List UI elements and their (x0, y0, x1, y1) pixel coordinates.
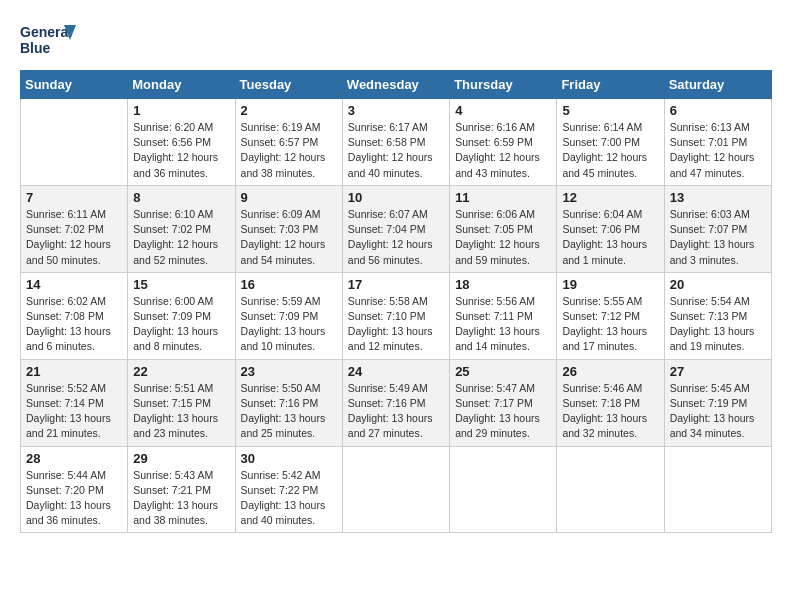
calendar-cell: 23Sunrise: 5:50 AMSunset: 7:16 PMDayligh… (235, 359, 342, 446)
day-info: Sunrise: 6:20 AMSunset: 6:56 PMDaylight:… (133, 120, 229, 181)
day-number: 30 (241, 451, 337, 466)
day-number: 6 (670, 103, 766, 118)
day-info: Sunrise: 6:00 AMSunset: 7:09 PMDaylight:… (133, 294, 229, 355)
calendar-week-3: 14Sunrise: 6:02 AMSunset: 7:08 PMDayligh… (21, 272, 772, 359)
day-number: 14 (26, 277, 122, 292)
day-info: Sunrise: 5:55 AMSunset: 7:12 PMDaylight:… (562, 294, 658, 355)
day-info: Sunrise: 6:14 AMSunset: 7:00 PMDaylight:… (562, 120, 658, 181)
day-number: 10 (348, 190, 444, 205)
day-info: Sunrise: 5:46 AMSunset: 7:18 PMDaylight:… (562, 381, 658, 442)
day-info: Sunrise: 5:51 AMSunset: 7:15 PMDaylight:… (133, 381, 229, 442)
day-info: Sunrise: 5:56 AMSunset: 7:11 PMDaylight:… (455, 294, 551, 355)
calendar-cell: 22Sunrise: 5:51 AMSunset: 7:15 PMDayligh… (128, 359, 235, 446)
calendar-cell: 8Sunrise: 6:10 AMSunset: 7:02 PMDaylight… (128, 185, 235, 272)
day-header-sunday: Sunday (21, 71, 128, 99)
calendar-cell: 20Sunrise: 5:54 AMSunset: 7:13 PMDayligh… (664, 272, 771, 359)
calendar-cell: 21Sunrise: 5:52 AMSunset: 7:14 PMDayligh… (21, 359, 128, 446)
calendar-cell: 24Sunrise: 5:49 AMSunset: 7:16 PMDayligh… (342, 359, 449, 446)
day-info: Sunrise: 5:45 AMSunset: 7:19 PMDaylight:… (670, 381, 766, 442)
page-header: GeneralBlue (20, 20, 772, 60)
day-header-thursday: Thursday (450, 71, 557, 99)
calendar-cell: 15Sunrise: 6:00 AMSunset: 7:09 PMDayligh… (128, 272, 235, 359)
day-number: 3 (348, 103, 444, 118)
calendar-cell (21, 99, 128, 186)
day-number: 9 (241, 190, 337, 205)
calendar-cell: 6Sunrise: 6:13 AMSunset: 7:01 PMDaylight… (664, 99, 771, 186)
day-number: 28 (26, 451, 122, 466)
day-number: 23 (241, 364, 337, 379)
day-header-monday: Monday (128, 71, 235, 99)
day-number: 8 (133, 190, 229, 205)
day-number: 21 (26, 364, 122, 379)
calendar-cell: 4Sunrise: 6:16 AMSunset: 6:59 PMDaylight… (450, 99, 557, 186)
calendar-cell: 10Sunrise: 6:07 AMSunset: 7:04 PMDayligh… (342, 185, 449, 272)
day-info: Sunrise: 6:17 AMSunset: 6:58 PMDaylight:… (348, 120, 444, 181)
header-row: SundayMondayTuesdayWednesdayThursdayFrid… (21, 71, 772, 99)
day-info: Sunrise: 6:13 AMSunset: 7:01 PMDaylight:… (670, 120, 766, 181)
day-number: 17 (348, 277, 444, 292)
day-number: 26 (562, 364, 658, 379)
day-info: Sunrise: 5:47 AMSunset: 7:17 PMDaylight:… (455, 381, 551, 442)
day-info: Sunrise: 6:09 AMSunset: 7:03 PMDaylight:… (241, 207, 337, 268)
calendar-cell: 19Sunrise: 5:55 AMSunset: 7:12 PMDayligh… (557, 272, 664, 359)
day-number: 2 (241, 103, 337, 118)
calendar-week-2: 7Sunrise: 6:11 AMSunset: 7:02 PMDaylight… (21, 185, 772, 272)
calendar-cell (450, 446, 557, 533)
calendar-cell: 29Sunrise: 5:43 AMSunset: 7:21 PMDayligh… (128, 446, 235, 533)
calendar-cell (664, 446, 771, 533)
day-number: 4 (455, 103, 551, 118)
day-header-tuesday: Tuesday (235, 71, 342, 99)
day-info: Sunrise: 6:02 AMSunset: 7:08 PMDaylight:… (26, 294, 122, 355)
day-info: Sunrise: 5:54 AMSunset: 7:13 PMDaylight:… (670, 294, 766, 355)
svg-text:General: General (20, 24, 72, 40)
calendar-cell: 27Sunrise: 5:45 AMSunset: 7:19 PMDayligh… (664, 359, 771, 446)
calendar-body: 1Sunrise: 6:20 AMSunset: 6:56 PMDaylight… (21, 99, 772, 533)
day-info: Sunrise: 6:07 AMSunset: 7:04 PMDaylight:… (348, 207, 444, 268)
day-header-saturday: Saturday (664, 71, 771, 99)
day-number: 19 (562, 277, 658, 292)
calendar-cell: 16Sunrise: 5:59 AMSunset: 7:09 PMDayligh… (235, 272, 342, 359)
day-number: 18 (455, 277, 551, 292)
day-info: Sunrise: 5:49 AMSunset: 7:16 PMDaylight:… (348, 381, 444, 442)
day-info: Sunrise: 5:44 AMSunset: 7:20 PMDaylight:… (26, 468, 122, 529)
day-number: 15 (133, 277, 229, 292)
calendar-cell: 7Sunrise: 6:11 AMSunset: 7:02 PMDaylight… (21, 185, 128, 272)
day-number: 1 (133, 103, 229, 118)
day-info: Sunrise: 6:19 AMSunset: 6:57 PMDaylight:… (241, 120, 337, 181)
calendar-cell: 28Sunrise: 5:44 AMSunset: 7:20 PMDayligh… (21, 446, 128, 533)
calendar-cell: 2Sunrise: 6:19 AMSunset: 6:57 PMDaylight… (235, 99, 342, 186)
calendar-cell (342, 446, 449, 533)
day-info: Sunrise: 5:50 AMSunset: 7:16 PMDaylight:… (241, 381, 337, 442)
day-number: 7 (26, 190, 122, 205)
calendar-week-1: 1Sunrise: 6:20 AMSunset: 6:56 PMDaylight… (21, 99, 772, 186)
calendar-cell: 13Sunrise: 6:03 AMSunset: 7:07 PMDayligh… (664, 185, 771, 272)
day-info: Sunrise: 5:59 AMSunset: 7:09 PMDaylight:… (241, 294, 337, 355)
calendar-cell: 3Sunrise: 6:17 AMSunset: 6:58 PMDaylight… (342, 99, 449, 186)
calendar-cell: 25Sunrise: 5:47 AMSunset: 7:17 PMDayligh… (450, 359, 557, 446)
day-number: 13 (670, 190, 766, 205)
calendar-cell: 30Sunrise: 5:42 AMSunset: 7:22 PMDayligh… (235, 446, 342, 533)
day-info: Sunrise: 6:10 AMSunset: 7:02 PMDaylight:… (133, 207, 229, 268)
logo-svg: GeneralBlue (20, 20, 80, 60)
day-info: Sunrise: 6:11 AMSunset: 7:02 PMDaylight:… (26, 207, 122, 268)
day-header-friday: Friday (557, 71, 664, 99)
calendar-header: SundayMondayTuesdayWednesdayThursdayFrid… (21, 71, 772, 99)
calendar-cell: 26Sunrise: 5:46 AMSunset: 7:18 PMDayligh… (557, 359, 664, 446)
day-info: Sunrise: 5:43 AMSunset: 7:21 PMDaylight:… (133, 468, 229, 529)
day-header-wednesday: Wednesday (342, 71, 449, 99)
calendar-cell (557, 446, 664, 533)
day-number: 27 (670, 364, 766, 379)
calendar-cell: 11Sunrise: 6:06 AMSunset: 7:05 PMDayligh… (450, 185, 557, 272)
calendar-cell: 17Sunrise: 5:58 AMSunset: 7:10 PMDayligh… (342, 272, 449, 359)
day-info: Sunrise: 5:52 AMSunset: 7:14 PMDaylight:… (26, 381, 122, 442)
day-info: Sunrise: 6:16 AMSunset: 6:59 PMDaylight:… (455, 120, 551, 181)
calendar-cell: 5Sunrise: 6:14 AMSunset: 7:00 PMDaylight… (557, 99, 664, 186)
calendar-cell: 9Sunrise: 6:09 AMSunset: 7:03 PMDaylight… (235, 185, 342, 272)
day-number: 11 (455, 190, 551, 205)
calendar-cell: 18Sunrise: 5:56 AMSunset: 7:11 PMDayligh… (450, 272, 557, 359)
day-info: Sunrise: 6:04 AMSunset: 7:06 PMDaylight:… (562, 207, 658, 268)
day-number: 24 (348, 364, 444, 379)
day-number: 20 (670, 277, 766, 292)
day-info: Sunrise: 6:06 AMSunset: 7:05 PMDaylight:… (455, 207, 551, 268)
day-info: Sunrise: 6:03 AMSunset: 7:07 PMDaylight:… (670, 207, 766, 268)
